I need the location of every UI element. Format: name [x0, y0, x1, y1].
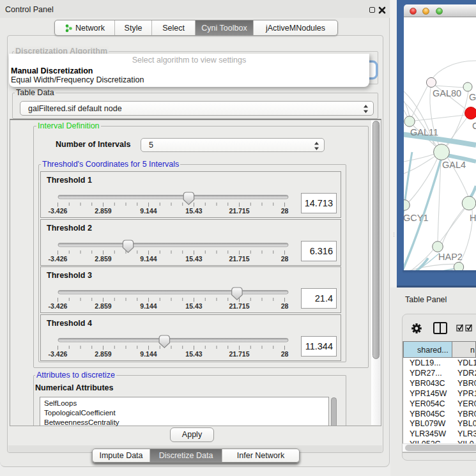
svg-text:GA: GA: [469, 92, 476, 102]
svg-text:H: H: [470, 213, 476, 223]
svg-text:GAL11: GAL11: [410, 127, 438, 137]
svg-text:GCY1: GCY1: [404, 213, 429, 223]
svg-text:GAL4: GAL4: [442, 160, 466, 170]
svg-text:C: C: [472, 121, 476, 131]
svg-text:GAL80: GAL80: [433, 88, 461, 98]
svg-text:HAP2: HAP2: [438, 252, 463, 262]
